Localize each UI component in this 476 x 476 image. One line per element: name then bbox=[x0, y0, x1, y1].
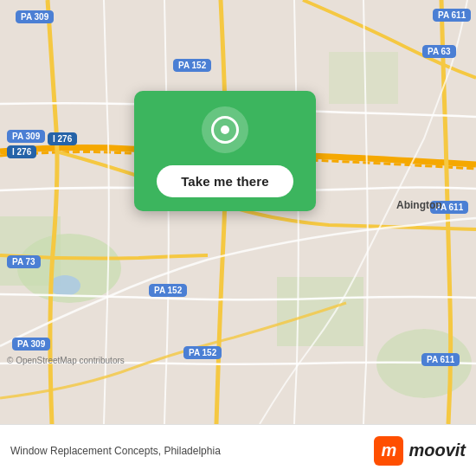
badge-pa152-top: PA 152 bbox=[173, 59, 211, 72]
badge-i276-mid: I 276 bbox=[7, 145, 36, 158]
badge-pa152-mid: PA 152 bbox=[149, 284, 187, 297]
badge-pa73: PA 73 bbox=[7, 255, 41, 268]
moovit-brand-text: moovit bbox=[408, 441, 466, 460]
badge-pa309-bot: PA 309 bbox=[12, 338, 50, 351]
location-card: Take me there bbox=[134, 91, 316, 211]
badge-pa63: PA 63 bbox=[422, 45, 456, 58]
abington-label: Abington bbox=[396, 199, 442, 211]
map-view: PA 309 PA 309 PA 309 PA 152 PA 152 PA 15… bbox=[0, 0, 476, 424]
badge-pa309-top: PA 309 bbox=[16, 10, 54, 23]
badge-pa152-bot: PA 152 bbox=[183, 346, 222, 359]
badge-pa309-mid: PA 309 bbox=[7, 130, 45, 143]
moovit-logo: m moovit bbox=[374, 436, 466, 466]
location-name-text: Window Replacement Concepts, Philadelphi… bbox=[10, 445, 374, 457]
bottom-bar: Window Replacement Concepts, Philadelphi… bbox=[0, 424, 476, 476]
svg-rect-5 bbox=[329, 52, 398, 104]
take-me-there-button[interactable]: Take me there bbox=[157, 165, 293, 197]
badge-pa611-top: PA 611 bbox=[433, 9, 471, 22]
badge-pa611-bot: PA 611 bbox=[421, 353, 460, 366]
badge-i276-left: I 276 bbox=[48, 132, 77, 145]
svg-point-6 bbox=[49, 275, 80, 296]
location-pin-icon bbox=[211, 116, 239, 144]
osm-attribution: © OpenStreetMap contributors bbox=[7, 356, 125, 365]
pin-icon-wrapper bbox=[202, 106, 248, 153]
moovit-m-icon: m bbox=[374, 436, 403, 466]
